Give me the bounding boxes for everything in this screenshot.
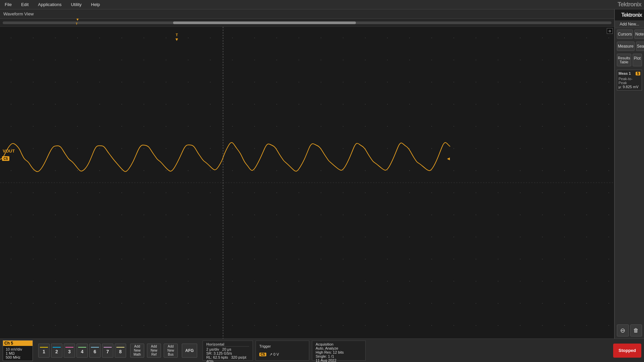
menu-file[interactable]: File	[3, 1, 14, 8]
add-new-bus-button[interactable]: AddNewBus	[164, 344, 178, 358]
acq-date: 11 Aug 2022	[316, 358, 362, 362]
zoom-out-button[interactable]: ⊖	[617, 324, 629, 337]
menu-applications[interactable]: Applications	[36, 1, 63, 8]
channel-1-button[interactable]: 1	[38, 344, 50, 358]
channel-name-label: VOUT	[3, 148, 15, 154]
ch5-header: Ch 5	[3, 341, 33, 346]
add-new-ref-button[interactable]: AddNewRef	[147, 344, 161, 358]
meas1-type: Peak-to-Peak	[619, 77, 640, 85]
trigger-ch-badge: C5	[259, 353, 266, 356]
note-button[interactable]: Note	[634, 29, 644, 39]
channel-8-button[interactable]: 8	[115, 344, 126, 358]
channel-7-button[interactable]: 7	[102, 344, 113, 358]
menu-utility[interactable]: Utility	[69, 1, 84, 8]
measure-button[interactable]: Measure	[617, 42, 635, 51]
menubar: File Edit Applications Utility Help Tekt…	[0, 0, 644, 9]
trigger-section[interactable]: Trigger C5 ↗ 0 V	[256, 341, 309, 361]
horizontal-zoom: 40%	[206, 359, 249, 362]
timeline-trigger-marker: ▼T	[76, 17, 79, 25]
channel-buttons: 1 2 3 4 6 7 8	[38, 344, 126, 358]
meas1-value: μ: 9.825 mV	[619, 85, 640, 89]
trigger-title: Trigger	[259, 344, 306, 348]
meas1-title: Meas 1	[619, 71, 631, 75]
zoom-indicator[interactable]: ⊖	[607, 28, 613, 34]
channel-6-button[interactable]: 6	[89, 344, 101, 358]
ch5-impedance: 1 MΩ	[6, 351, 30, 355]
waveform-svg: ▼ T VOUT C5 ◄	[0, 27, 614, 339]
trigger-marker-t: ▼	[175, 37, 179, 42]
bottom-bar: Ch 5 10 mV/div 1 MΩ 500 MHz 1 2 3 4 6 7	[0, 339, 644, 362]
tektronix-logo: Tektronix	[618, 1, 641, 8]
trigger-channel: C5 ↗ 0 V	[259, 352, 306, 357]
ch5-badge-text: C5	[4, 157, 8, 161]
channel-2-button[interactable]: 2	[51, 344, 62, 358]
cursors-button[interactable]: Cursors	[617, 29, 633, 39]
acq-single: Single: 1 /1	[316, 354, 362, 358]
delete-button[interactable]: 🗑	[630, 324, 642, 337]
ch5-info[interactable]: Ch 5 10 mV/div 1 MΩ 500 MHz	[3, 340, 33, 361]
horizontal-rl: RL: 62.5 kpts 320 ps/pt	[206, 355, 249, 359]
horizontal-section[interactable]: Horizontal 2 μs/div 20 μs SR: 3.125 GS/s…	[203, 341, 253, 361]
search-button[interactable]: Search	[636, 42, 644, 51]
trigger-level-right: ◄	[446, 156, 451, 161]
meas1-badge: 5	[636, 72, 640, 75]
horizontal-sr: SR: 3.125 GS/s	[206, 351, 249, 355]
trigger-t-label: T	[176, 33, 178, 37]
ch5-sample-rate: 500 MHz	[6, 355, 30, 359]
menu-edit[interactable]: Edit	[19, 1, 31, 8]
timeline-handle[interactable]	[173, 21, 356, 24]
timeline-bar[interactable]: ▼T	[0, 19, 614, 27]
horizontal-time-div: 2 μs/div 20 μs	[206, 347, 249, 351]
waveform-title-bar: Waveform View	[0, 9, 614, 19]
acq-bits: High Res: 12 bits	[316, 350, 362, 354]
measurement-panel: Meas 1 5 Peak-to-Peak μ: 9.825 mV	[617, 70, 642, 90]
channel-3-button[interactable]: 3	[64, 344, 75, 358]
ch5-vol-div: 10 mV/div	[6, 347, 30, 351]
right-panel: Tektronix Add New... Cursors Note Measur…	[614, 9, 644, 339]
tektronix-logo-panel: Tektronix	[615, 9, 644, 20]
waveform-canvas[interactable]: ▼ T VOUT C5 ◄ ⊖	[0, 27, 614, 339]
results-table-button[interactable]: ResultsTable	[617, 54, 631, 66]
acq-mode: Auto, Analyze	[316, 346, 362, 350]
timeline-track[interactable]: ▼T	[3, 21, 611, 24]
afg-button[interactable]: AFG	[182, 344, 197, 358]
add-new-button[interactable]: Add New...	[615, 20, 644, 28]
acquisition-title: Acquisition	[316, 342, 362, 346]
menu-help[interactable]: Help	[89, 1, 102, 8]
acquisition-section[interactable]: Acquisition Auto, Analyze High Res: 12 b…	[312, 341, 366, 361]
horizontal-title: Horizontal	[206, 342, 249, 347]
channel-4-button[interactable]: 4	[76, 344, 88, 358]
add-new-math-button[interactable]: AddNewMath	[130, 344, 144, 358]
waveform-view-title: Waveform View	[3, 11, 34, 16]
stopped-button[interactable]: Stopped	[613, 344, 641, 358]
trigger-level: ↗ 0 V	[269, 352, 279, 356]
plot-button[interactable]: Plot	[633, 54, 642, 66]
